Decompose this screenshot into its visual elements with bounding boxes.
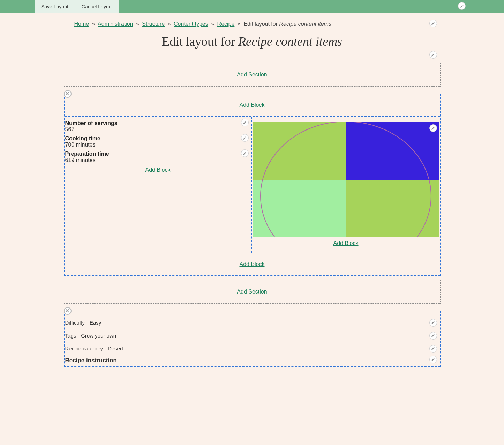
add-block-link[interactable]: Add Block xyxy=(239,261,264,267)
field-label: Preparation time xyxy=(65,151,251,157)
add-section-link[interactable]: Add Section xyxy=(237,289,267,295)
field-edit-icon[interactable] xyxy=(429,345,437,353)
field-label: Recipe instruction xyxy=(65,357,117,364)
save-layout-button[interactable]: Save Layout xyxy=(35,0,75,13)
field-value: Easy xyxy=(90,320,101,326)
section-region: Difficulty Easy Tags Grow your own Recip… xyxy=(64,311,441,367)
breadcrumb-separator: » xyxy=(211,21,214,27)
field-edit-icon[interactable] xyxy=(429,332,437,340)
left-column: Number of servings 567 Cooking time 700 … xyxy=(65,117,252,253)
field-label: Recipe category xyxy=(65,346,103,351)
field-edit-icon[interactable] xyxy=(429,356,437,363)
field-edit-icon[interactable] xyxy=(241,119,249,126)
remove-section-button[interactable]: ✕ xyxy=(64,307,72,315)
field-tags[interactable]: Tags Grow your own xyxy=(65,329,440,342)
breadcrumb-current-italic: Recipe content items xyxy=(279,21,331,27)
toolbar-edit-icon[interactable] xyxy=(458,2,466,10)
field-servings[interactable]: Number of servings 567 xyxy=(65,118,251,133)
field-value: 619 minutes xyxy=(65,157,251,163)
remove-section-button[interactable]: ✕ xyxy=(64,90,72,98)
right-column-add-block[interactable]: Add Block xyxy=(253,237,439,249)
section-region: Add Block Number of servings 567 Cooking… xyxy=(64,94,441,276)
image-edit-icon[interactable] xyxy=(429,124,437,132)
field-label: Tags xyxy=(65,333,76,339)
recipe-image-block[interactable] xyxy=(253,122,439,237)
two-column-region: Number of servings 567 Cooking time 700 … xyxy=(65,116,440,253)
layout-section-1: ✕ Add Block Number of servings 567 Cooki… xyxy=(64,94,441,276)
add-block-link[interactable]: Add Block xyxy=(145,167,170,173)
field-edit-icon[interactable] xyxy=(241,134,249,142)
right-column: Add Block xyxy=(252,117,440,253)
add-block-top-row[interactable]: Add Block xyxy=(65,94,440,116)
add-block-bottom-row[interactable]: Add Block xyxy=(65,253,440,275)
cancel-layout-button[interactable]: Cancel Layout xyxy=(75,0,119,13)
page-title-italic: Recipe content items xyxy=(238,35,342,49)
layout-section-2: ✕ Difficulty Easy Tags Grow your own Rec… xyxy=(64,311,441,367)
field-difficulty[interactable]: Difficulty Easy xyxy=(65,316,440,329)
breadcrumb-separator: » xyxy=(92,21,95,27)
field-label: Number of servings xyxy=(65,120,251,126)
breadcrumb: Home » Administration » Structure » Cont… xyxy=(64,13,441,30)
add-block-link[interactable]: Add Block xyxy=(333,240,358,246)
field-label: Difficulty xyxy=(65,320,85,326)
field-value: 567 xyxy=(65,126,251,133)
breadcrumb-separator: » xyxy=(168,21,171,27)
field-recipe-category[interactable]: Recipe category Desert xyxy=(65,342,440,355)
field-edit-icon[interactable] xyxy=(429,319,437,327)
breadcrumb-separator: » xyxy=(238,21,241,27)
breadcrumb-administration[interactable]: Administration xyxy=(98,21,133,27)
page-title: Edit layout for Recipe content items xyxy=(64,34,441,49)
title-edit-icon[interactable] xyxy=(429,51,437,59)
field-edit-icon[interactable] xyxy=(241,149,249,157)
breadcrumb-separator: » xyxy=(136,21,139,27)
field-recipe-instruction[interactable]: Recipe instruction xyxy=(65,355,440,366)
add-section-zone-middle[interactable]: Add Section xyxy=(64,280,441,304)
field-value-link[interactable]: Desert xyxy=(108,346,123,351)
breadcrumb-edit-icon[interactable] xyxy=(429,20,437,27)
breadcrumb-content-types[interactable]: Content types xyxy=(174,21,208,27)
add-section-link[interactable]: Add Section xyxy=(237,72,267,77)
add-section-zone-top[interactable]: Add Section xyxy=(64,63,441,87)
field-prep-time[interactable]: Preparation time 619 minutes xyxy=(65,149,251,164)
breadcrumb-structure[interactable]: Structure xyxy=(142,21,165,27)
breadcrumb-home[interactable]: Home xyxy=(74,21,89,27)
breadcrumb-recipe[interactable]: Recipe xyxy=(217,21,235,27)
field-value-link[interactable]: Grow your own xyxy=(81,333,116,339)
add-block-link[interactable]: Add Block xyxy=(239,102,264,108)
page-title-prefix: Edit layout for xyxy=(162,35,238,49)
left-column-add-block[interactable]: Add Block xyxy=(65,164,251,176)
field-cooking-time[interactable]: Cooking time 700 minutes xyxy=(65,133,251,149)
field-value: 700 minutes xyxy=(65,142,251,148)
field-label: Cooking time xyxy=(65,135,251,142)
breadcrumb-current-prefix: Edit layout for xyxy=(243,21,279,27)
toolbar: Save Layout Cancel Layout xyxy=(0,0,504,13)
